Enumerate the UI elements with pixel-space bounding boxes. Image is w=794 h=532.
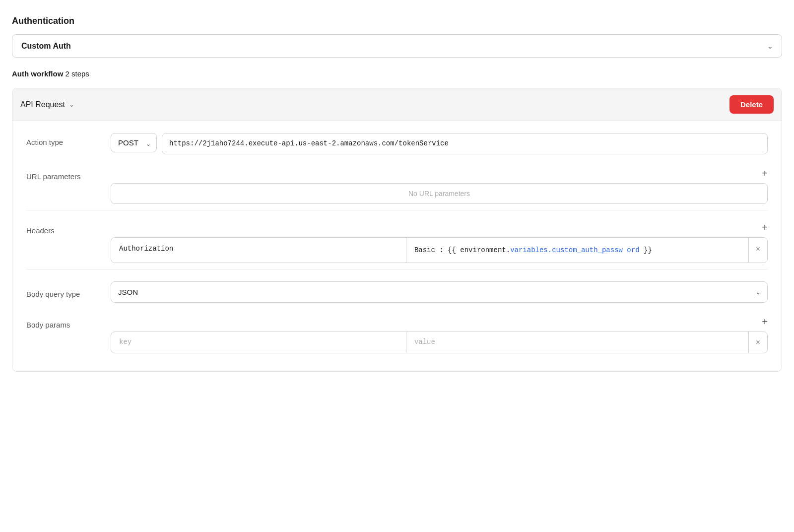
headers-add-icon[interactable]: + bbox=[762, 222, 768, 232]
body-params-content: + key value × bbox=[111, 317, 768, 353]
url-parameters-label: URL parameters bbox=[26, 168, 111, 181]
body-params-add-icon[interactable]: + bbox=[762, 317, 768, 327]
body-params-header: + bbox=[111, 317, 768, 327]
divider-2 bbox=[26, 269, 768, 269]
method-select-wrapper: POST ⌄ bbox=[111, 133, 157, 154]
url-parameters-content: + No URL parameters bbox=[111, 168, 768, 204]
url-input[interactable] bbox=[162, 133, 768, 154]
headers-row: Headers + Authorization Basic : {{ envir… bbox=[26, 222, 768, 263]
body-params-label: Body params bbox=[26, 317, 111, 329]
authentication-section: Authentication Custom Auth ⌄ Auth workfl… bbox=[12, 16, 782, 372]
header-item: Authorization Basic : {{ environment.var… bbox=[111, 237, 768, 263]
method-select[interactable]: POST bbox=[111, 133, 157, 152]
authentication-select-wrapper: Custom Auth ⌄ bbox=[12, 34, 782, 58]
url-parameters-placeholder: No URL parameters bbox=[111, 183, 768, 204]
body-query-type-row: Body query type JSON ⌄ bbox=[26, 281, 768, 303]
header-value: Basic : {{ environment.variables.custom_… bbox=[406, 238, 748, 263]
header-remove-button[interactable]: × bbox=[748, 238, 767, 263]
header-value-suffix: }} bbox=[640, 246, 652, 254]
authentication-title: Authentication bbox=[12, 16, 782, 26]
headers-label: Headers bbox=[26, 222, 111, 235]
card-header-left: API Request ⌄ bbox=[20, 100, 74, 109]
body-query-select-wrapper: JSON ⌄ bbox=[111, 281, 768, 303]
headers-content: + Authorization Basic : {{ environment.v… bbox=[111, 222, 768, 263]
headers-header: + bbox=[111, 222, 768, 232]
param-remove-button[interactable]: × bbox=[748, 332, 767, 353]
param-value: value bbox=[406, 332, 748, 353]
auth-workflow-header: Auth workflow 2 steps bbox=[12, 69, 782, 78]
body-param-item: key value × bbox=[111, 332, 768, 353]
action-type-controls: POST ⌄ bbox=[111, 133, 768, 154]
header-value-prefix: Basic : {{ environment. bbox=[414, 246, 510, 254]
workflow-card: API Request ⌄ Delete Action type POST ⌄ bbox=[12, 88, 782, 372]
card-body: Action type POST ⌄ URL parameters bbox=[12, 121, 782, 371]
body-query-type-select[interactable]: JSON bbox=[111, 281, 768, 303]
divider-1 bbox=[26, 210, 768, 210]
header-key: Authorization bbox=[111, 238, 406, 263]
card-header: API Request ⌄ Delete bbox=[12, 88, 782, 121]
api-request-chevron-icon: ⌄ bbox=[69, 101, 74, 108]
url-parameters-add-icon[interactable]: + bbox=[762, 168, 768, 178]
url-parameters-row: URL parameters + No URL parameters bbox=[26, 168, 768, 204]
delete-button[interactable]: Delete bbox=[729, 95, 774, 114]
header-value-link: variables.custom_auth_passw ord bbox=[510, 246, 639, 254]
action-type-row: Action type POST ⌄ bbox=[26, 133, 768, 154]
action-type-label: Action type bbox=[26, 133, 111, 146]
body-params-row: Body params + key value × bbox=[26, 317, 768, 353]
api-request-type-select[interactable]: API Request bbox=[20, 100, 65, 109]
url-parameters-header: + bbox=[111, 168, 768, 178]
param-key: key bbox=[111, 332, 406, 353]
body-query-type-label: Body query type bbox=[26, 286, 111, 298]
authentication-select[interactable]: Custom Auth bbox=[12, 34, 782, 58]
